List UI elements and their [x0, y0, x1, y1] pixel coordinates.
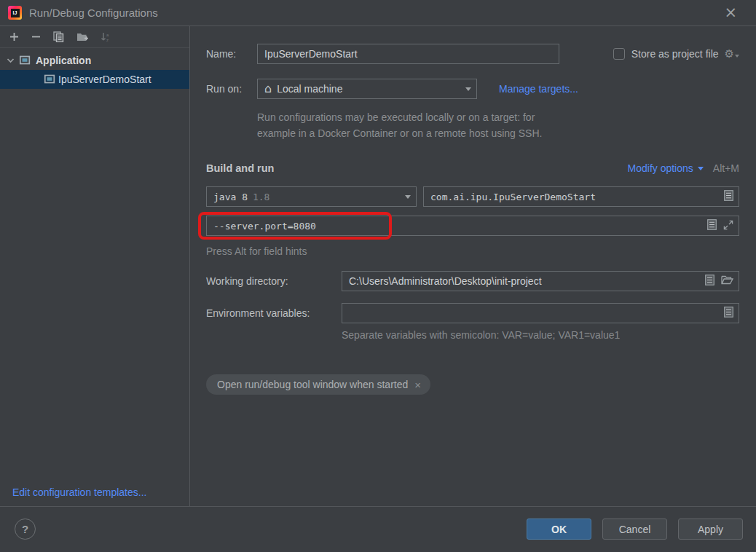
run-on-value: Local machine: [277, 83, 342, 95]
dropdown-arrow-icon: [405, 195, 411, 199]
working-directory-value: C:\Users\Administrator\Desktop\init-proj…: [349, 275, 542, 287]
edit-configuration-templates-link[interactable]: Edit configuration templates...: [0, 486, 189, 506]
tag-remove-icon[interactable]: ×: [414, 379, 421, 391]
add-icon[interactable]: [9, 32, 19, 42]
ok-button[interactable]: OK: [527, 519, 591, 540]
modify-options-link[interactable]: Modify options: [628, 162, 704, 174]
sort-alpha-icon[interactable]: az: [101, 32, 111, 42]
program-arguments-field[interactable]: --server.port=8080: [206, 216, 739, 236]
run-on-row: Run on: ⌂ Local machine Manage targets..…: [206, 79, 739, 99]
field-hints-text: Press Alt for field hints: [206, 245, 739, 257]
name-input[interactable]: [257, 44, 559, 64]
store-as-project-file-checkbox[interactable]: [613, 48, 625, 60]
open-tool-window-tag-label: Open run/debug tool window when started: [217, 379, 408, 390]
apply-button[interactable]: Apply: [678, 519, 743, 540]
main-class-value: com.ai.ipu.IpuServerDemoStart: [430, 192, 596, 202]
open-tool-window-tag[interactable]: Open run/debug tool window when started …: [206, 374, 430, 395]
options-tag-row: Open run/debug tool window when started …: [206, 374, 739, 395]
store-as-project-file-group: Store as project file ⚙: [613, 47, 739, 60]
titlebar: IJ Run/Debug Configurations ×: [0, 0, 756, 26]
configurations-sidebar: az Application IpuServer: [0, 26, 190, 506]
dropdown-arrow-icon: [465, 87, 471, 91]
jdk-mainclass-row: java 8 1.8 com.ai.ipu.IpuServerDemoStart: [206, 186, 739, 207]
run-debug-configurations-dialog: IJ Run/Debug Configurations ×: [0, 0, 756, 552]
browse-folder-icon[interactable]: [721, 275, 733, 287]
program-arguments-row: --server.port=8080: [206, 216, 739, 236]
modify-options-chevron-icon: [698, 167, 704, 170]
program-arguments-value: --server.port=8080: [213, 221, 316, 232]
application-config-icon: [44, 74, 55, 86]
build-and-run-title: Build and run: [206, 162, 274, 174]
home-icon: ⌂: [264, 83, 272, 95]
gear-icon[interactable]: ⚙: [725, 47, 739, 60]
tree-item-label: IpuServerDemoStart: [58, 74, 151, 85]
modify-options-label: Modify options: [628, 162, 693, 174]
working-directory-row: Working directory: C:\Users\Administrato…: [206, 271, 739, 291]
run-on-description-line1: Run configurations may be executed local…: [257, 110, 643, 126]
main-class-field[interactable]: com.ai.ipu.IpuServerDemoStart: [423, 186, 739, 207]
jdk-dropdown[interactable]: java 8 1.8: [206, 186, 417, 207]
run-on-label: Run on:: [206, 83, 257, 95]
name-label: Name:: [206, 48, 257, 60]
application-config-icon: [19, 55, 31, 67]
close-icon[interactable]: ×: [724, 5, 737, 20]
intellij-logo-icon: IJ: [8, 6, 22, 20]
cancel-button[interactable]: Cancel: [602, 519, 667, 540]
tree-group-application[interactable]: Application: [0, 51, 189, 70]
new-folder-icon[interactable]: [76, 32, 88, 42]
run-on-description: Run configurations may be executed local…: [257, 110, 643, 141]
working-directory-label: Working directory:: [206, 275, 342, 287]
manage-targets-link[interactable]: Manage targets...: [499, 83, 578, 95]
chevron-down-icon[interactable]: [7, 58, 15, 63]
help-button[interactable]: ?: [15, 519, 36, 540]
configurations-tree: Application IpuServerDemoStart: [0, 48, 189, 89]
environment-variables-label: Environment variables:: [206, 307, 342, 319]
dialog-footer: ? OK Cancel Apply: [0, 506, 756, 551]
macros-icon[interactable]: [724, 307, 733, 320]
configuration-form: Name: Store as project file ⚙ Run on: ⌂ …: [190, 26, 756, 506]
dialog-title: Run/Debug Configurations: [29, 7, 158, 19]
modify-options-shortcut: Alt+M: [713, 162, 739, 174]
svg-text:z: z: [106, 38, 109, 42]
jdk-version: 1.8: [253, 192, 269, 202]
jdk-name: java 8: [213, 192, 248, 202]
run-on-dropdown[interactable]: ⌂ Local machine: [257, 79, 477, 99]
environment-variables-row: Environment variables:: [206, 303, 739, 323]
tree-item-ipuserverdemostart[interactable]: IpuServerDemoStart: [0, 70, 189, 89]
environment-variables-hint: Separate variables with semicolon: VAR=v…: [342, 329, 739, 341]
sidebar-toolbar: az: [0, 26, 189, 48]
macros-icon[interactable]: [707, 219, 717, 232]
tree-group-label: Application: [36, 55, 91, 66]
gear-glyph: ⚙: [725, 47, 734, 60]
intellij-logo-letters: IJ: [11, 9, 20, 17]
store-as-project-file-label: Store as project file: [631, 48, 719, 60]
copy-icon[interactable]: [53, 31, 64, 42]
run-on-description-line2: example in a Docker Container or on a re…: [257, 126, 643, 142]
build-and-run-header: Build and run Modify options Alt+M: [206, 162, 739, 174]
macros-icon[interactable]: [724, 190, 733, 203]
gear-dropdown-arrow: [735, 55, 739, 58]
expand-icon[interactable]: [723, 220, 733, 232]
svg-text:a: a: [106, 32, 109, 36]
macros-icon[interactable]: [705, 275, 714, 288]
environment-variables-field[interactable]: [342, 303, 739, 323]
working-directory-field[interactable]: C:\Users\Administrator\Desktop\init-proj…: [342, 271, 739, 291]
remove-icon[interactable]: [31, 32, 41, 42]
name-row: Name: Store as project file ⚙: [206, 44, 739, 64]
